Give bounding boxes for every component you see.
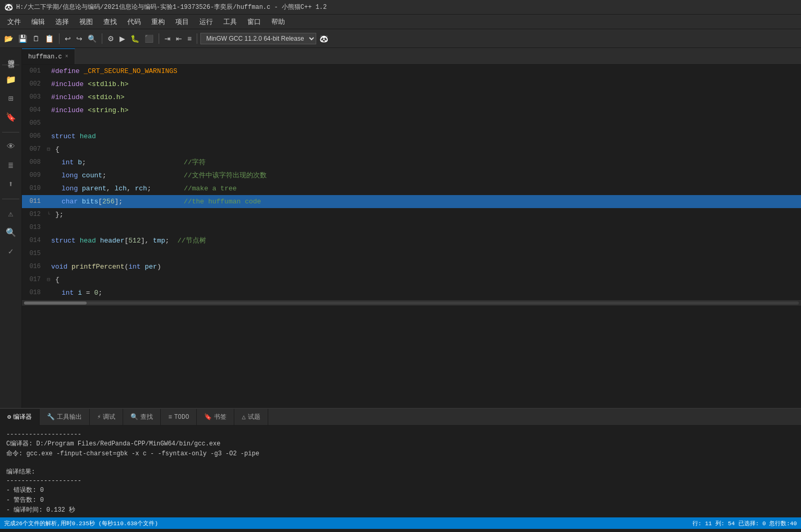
code-content-002: #include <stdlib.h> (47, 78, 801, 91)
bottom-tab-todo[interactable]: ≡ TODO (161, 409, 197, 426)
toolbar-btn-save[interactable]: 💾 (16, 33, 29, 44)
sidebar-icon-struct[interactable]: ⊞ (6, 91, 16, 106)
line-num-006: 006 (22, 130, 47, 143)
toolbar-btn-open[interactable]: 📂 (2, 33, 15, 44)
status-right: 行: 11 列: 54 已选择: 0 忽行数:40 (692, 519, 797, 527)
compiler-command: 命令: gcc.exe -finput-charset=gbk -x c - -… (6, 449, 795, 458)
menu-item-编辑[interactable]: 编辑 (26, 16, 50, 28)
line-num-007: 007 (22, 143, 47, 156)
sidebar-icon-debug[interactable]: ⬆ (6, 177, 16, 191)
compiler-tab-label: 编译器 (13, 413, 32, 421)
menu-item-运行[interactable]: 运行 (194, 16, 218, 28)
code-line-013: 013 (22, 221, 801, 234)
toolbar-btn-stop[interactable]: ⬛ (142, 33, 156, 44)
menu-item-帮助[interactable]: 帮助 (266, 16, 290, 28)
line-num-017: 017 (22, 273, 47, 286)
toolbar-btn-saveas[interactable]: 🗒 (30, 33, 42, 44)
sidebar-icon-issues[interactable]: ⚠ (6, 207, 16, 221)
status-message: 完成26个文件的解析,用时0.235秒 (每秒110.638个文件) (4, 519, 158, 527)
bookmark-tab-label: 书签 (214, 413, 226, 421)
sidebar-icon-todo[interactable]: ✓ (6, 244, 16, 259)
menu-item-工具[interactable]: 工具 (218, 16, 242, 28)
toolbar-btn-debug[interactable]: 🐛 (128, 33, 141, 44)
fold-017[interactable]: ⊟ (47, 273, 50, 286)
code-line-002: 002 #include <stdlib.h> (22, 78, 801, 91)
tab-close[interactable]: × (65, 54, 68, 59)
h-scrollbar[interactable] (22, 299, 801, 306)
sidebar-icon-watch[interactable]: 👁 (5, 140, 17, 154)
code-line-011: 011 char bits[256]; //the huffuman code (22, 195, 801, 208)
code-content-017: { (51, 273, 801, 286)
menu-item-窗口[interactable]: 窗口 (242, 16, 266, 28)
bottom-tab-find[interactable]: 🔍 查找 (123, 409, 161, 426)
line-num-014: 014 (22, 234, 47, 247)
menu-item-代码[interactable]: 代码 (122, 16, 146, 28)
editor-area[interactable]: huffman.c × 001 #define _CRT_SECURE_NO_W… (22, 48, 801, 408)
bottom-tab-debug[interactable]: ⚡ 调试 (90, 409, 123, 426)
blank-line (6, 459, 795, 466)
code-line-004: 004 #include <string.h> (22, 104, 801, 117)
line-num-003: 003 (22, 91, 47, 104)
tab-bar: huffman.c × (22, 48, 801, 65)
code-content-001: #define _CRT_SECURE_NO_WARNINGS (47, 65, 801, 78)
sep1 (59, 33, 59, 44)
todo-icon: ≡ (168, 414, 172, 421)
line-num-015: 015 (22, 247, 47, 260)
compiler-path: C编译器: D:/Program Files/RedPanda-CPP/MinG… (6, 439, 795, 448)
bottom-panel: ⚙ 编译器 🔧 工具输出 ⚡ 调试 🔍 查找 ≡ TODO 🔖 书签 △ 试题 … (0, 408, 801, 517)
sidebar-icon-bookmark[interactable]: 🔖 (4, 110, 18, 125)
fold-007[interactable]: ⊟ (47, 143, 50, 156)
toolbar-btn-format[interactable]: ≡ (185, 33, 194, 44)
code-line-010: 010 long parent, lch, rch; //make a tree (22, 182, 801, 195)
toolbar-btn-undo[interactable]: ↩ (63, 33, 73, 44)
toolbar: 📂 💾 🗒 📋 ↩ ↪ 🔍 ⚙ ▶ 🐛 ⬛ ⇥ ⇤ ≡ MinGW GCC 11… (0, 29, 801, 48)
toolbar-btn-run[interactable]: ▶ (117, 33, 127, 44)
sidebar-icon-search[interactable]: 🔍 (4, 225, 18, 240)
bottom-tab-compiler[interactable]: ⚙ 编译器 (0, 409, 40, 426)
toolbar-btn-compiler-settings[interactable]: 🐼 (317, 33, 330, 44)
bottom-tab-tools[interactable]: 🔧 工具输出 (40, 409, 90, 426)
title-text: H:/大二下学期/信息论与编码/2021信息论与编码-实验1-19373526-… (16, 3, 327, 11)
scroll-track[interactable] (24, 301, 799, 305)
toolbar-btn-redo[interactable]: ↪ (74, 33, 85, 44)
status-left: 完成26个文件的解析,用时0.235秒 (每秒110.638个文件) (4, 519, 158, 527)
separator-top: -------------------- (6, 431, 795, 438)
compiler-icon: ⚙ (7, 413, 11, 421)
toolbar-btn-indent[interactable]: ⇥ (162, 33, 173, 44)
code-line-012: 012 └ }; (22, 208, 801, 221)
sidebar-icons2: 👁 ≣ ⬆ (5, 136, 17, 196)
code-line-009: 009 long count; //文件中该字符出现的次数 (22, 169, 801, 182)
sidebar: 管理器 📁 ⊞ 🔖 👁 ≣ ⬆ ⚠ 🔍 ✓ (0, 48, 22, 408)
sidebar-icons: 📁 ⊞ 🔖 (4, 68, 18, 129)
menu-item-文件[interactable]: 文件 (2, 16, 26, 28)
bottom-tab-bookmark[interactable]: 🔖 书签 (197, 409, 234, 426)
line-num-012: 012 (22, 208, 47, 221)
toolbar-btn-search[interactable]: 🔍 (86, 33, 99, 44)
bookmark-icon: 🔖 (204, 413, 212, 421)
code-content-003: #include <stdio.h> (47, 91, 801, 104)
compiler-select[interactable]: MinGW GCC 11.2.0 64-bit Release (200, 33, 316, 44)
code-content-012: }; (51, 208, 801, 221)
scroll-thumb[interactable] (24, 301, 87, 305)
sidebar-icon-locals[interactable]: ≣ (6, 158, 16, 173)
code-editor[interactable]: 001 #define _CRT_SECURE_NO_WARNINGS 002 … (22, 65, 801, 299)
toolbar-btn-unindent[interactable]: ⇤ (174, 33, 184, 44)
code-line-003: 003 #include <stdio.h> (22, 91, 801, 104)
menu-item-视图[interactable]: 视图 (74, 16, 98, 28)
line-num-018: 018 (22, 286, 47, 299)
tab-huffman[interactable]: huffman.c × (22, 49, 75, 64)
toolbar-btn-saveall[interactable]: 📋 (43, 33, 56, 44)
line-num-009: 009 (22, 169, 47, 182)
sidebar-icon-files[interactable]: 📁 (4, 72, 18, 87)
menu-item-查找[interactable]: 查找 (98, 16, 122, 28)
menu-item-重构[interactable]: 重构 (146, 16, 170, 28)
fold-012[interactable]: └ (47, 208, 50, 221)
toolbar-btn-compile[interactable]: ⚙ (105, 33, 116, 44)
debug-tab-label: 调试 (103, 413, 115, 421)
app-icon: 🐼 (4, 3, 13, 11)
menu-item-项目[interactable]: 项目 (170, 16, 194, 28)
warning-count: - 警告数: 0 (6, 495, 795, 504)
bottom-tab-problems[interactable]: △ 试题 (234, 409, 268, 426)
result-label: 编译结果: (6, 467, 795, 476)
menu-item-选择[interactable]: 选择 (50, 16, 74, 28)
